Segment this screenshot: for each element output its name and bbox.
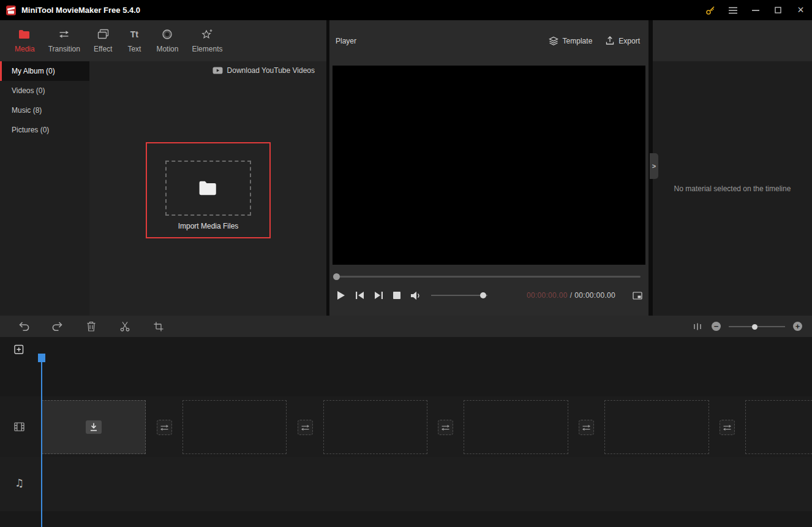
clip-slot[interactable] — [604, 400, 709, 454]
library-tabstrip: Media Transition Effect Tt Text — [0, 20, 326, 61]
transition-arrows-icon — [59, 28, 69, 40]
seek-handle[interactable] — [333, 273, 340, 280]
edit-tools — [0, 318, 167, 335]
sidebar-item-label: My Album (0) — [12, 67, 55, 75]
export-button[interactable]: Export — [606, 36, 640, 45]
tab-media[interactable]: Media — [8, 20, 42, 61]
clip-slot[interactable] — [745, 400, 812, 454]
tab-elements[interactable]: Elements — [185, 20, 229, 61]
text-tt-icon: Tt — [130, 28, 138, 40]
maximize-icon[interactable] — [767, 0, 789, 20]
zoom-out-button[interactable]: − — [712, 322, 721, 331]
seek-bar[interactable] — [336, 276, 641, 278]
media-content-area: Download YouTube Videos Import Media Fil… — [89, 61, 326, 316]
audio-track-icon: ♫ — [15, 477, 24, 489]
fullscreen-icon[interactable] — [633, 292, 642, 300]
time-separator: / — [570, 291, 573, 300]
clip-slot[interactable] — [323, 400, 427, 454]
zoom-in-button[interactable]: + — [793, 322, 802, 331]
media-library-panel: Media Transition Effect Tt Text — [0, 20, 326, 316]
playback-controls: 00:00:00.00 / 00:00:00.00 — [337, 286, 642, 305]
transition-slot[interactable] — [579, 420, 594, 435]
redo-button[interactable] — [49, 318, 66, 335]
license-key-icon[interactable] — [699, 0, 721, 20]
tab-label: Media — [15, 45, 35, 53]
stop-button[interactable] — [393, 292, 400, 299]
video-preview[interactable] — [333, 66, 645, 265]
tab-transition[interactable]: Transition — [42, 20, 87, 61]
next-frame-button[interactable] — [374, 291, 383, 300]
transition-slot[interactable] — [438, 420, 453, 435]
clip-download-icon — [86, 420, 102, 434]
import-dashed-area — [165, 161, 251, 216]
template-label: Template — [563, 37, 593, 45]
fit-timeline-icon[interactable] — [691, 318, 704, 335]
titlebar: MiniTool MovieMaker Free 5.4.0 × — [0, 0, 812, 20]
elements-star-icon — [201, 28, 213, 40]
playhead-line — [41, 354, 42, 527]
clip-slot-download[interactable] — [42, 400, 146, 454]
transition-arrows-icon — [160, 424, 169, 431]
close-icon[interactable]: × — [789, 0, 812, 20]
play-button[interactable] — [337, 290, 345, 300]
player-header: Player Template Export — [329, 20, 648, 61]
clip-slot[interactable] — [464, 400, 568, 454]
chevron-right-icon: > — [652, 162, 656, 170]
time-display: 00:00:00.00 / 00:00:00.00 — [527, 291, 615, 300]
volume-slider-track — [431, 295, 487, 296]
sidebar-item-videos[interactable]: Videos (0) — [0, 81, 89, 100]
zoom-slider-handle[interactable] — [752, 324, 757, 330]
tab-label: Effect — [94, 45, 112, 53]
tab-text[interactable]: Tt Text — [119, 20, 149, 61]
template-button[interactable]: Template — [549, 36, 593, 46]
current-time: 00:00:00.00 — [527, 291, 568, 300]
transition-slot[interactable] — [157, 420, 172, 435]
effect-cards-icon — [97, 28, 109, 40]
timeline[interactable]: ♫ — [0, 337, 812, 527]
undo-button[interactable] — [15, 318, 32, 335]
tab-label: Transition — [48, 45, 80, 53]
app-logo-icon — [6, 5, 17, 16]
transition-slot[interactable] — [298, 420, 313, 435]
timeline-zoom-slider[interactable] — [729, 322, 785, 331]
video-track-icon — [14, 422, 24, 431]
add-to-timeline-icon[interactable] — [14, 344, 25, 355]
split-button[interactable] — [116, 318, 133, 335]
crop-button[interactable] — [150, 318, 167, 335]
import-media-dropzone[interactable]: Import Media Files — [146, 142, 271, 238]
transition-arrows-icon — [723, 424, 732, 431]
import-media-label: Import Media Files — [147, 222, 269, 230]
youtube-icon — [212, 67, 223, 74]
tab-effect[interactable]: Effect — [87, 20, 119, 61]
property-panel: > No material selected on the timeline — [653, 20, 812, 316]
timeline-toolbar: − + — [0, 316, 812, 337]
volume-icon[interactable] — [410, 291, 421, 300]
volume-slider[interactable] — [431, 291, 487, 300]
titlebar-controls: × — [699, 0, 812, 20]
audio-track — [0, 457, 812, 511]
player-panel: Player Template Export — [329, 20, 648, 316]
delete-button[interactable] — [83, 318, 100, 335]
import-folder-icon — [198, 180, 218, 196]
app-title: MiniTool MovieMaker Free 5.4.0 — [21, 6, 140, 15]
menu-icon[interactable] — [721, 0, 744, 20]
tab-motion[interactable]: Motion — [149, 20, 185, 61]
clip-slot[interactable] — [182, 400, 287, 454]
previous-frame-button[interactable] — [355, 291, 364, 300]
playhead-handle[interactable] — [38, 354, 45, 362]
sidebar-item-pictures[interactable]: Pictures (0) — [0, 120, 89, 140]
app-window: MiniTool MovieMaker Free 5.4.0 × — [0, 0, 812, 527]
transition-arrows-icon — [301, 424, 310, 431]
volume-slider-handle[interactable] — [480, 292, 486, 298]
minimize-icon[interactable] — [744, 0, 767, 20]
panel-expander-button[interactable]: > — [650, 153, 658, 179]
export-label: Export — [618, 37, 640, 45]
player-header-buttons: Template Export — [549, 36, 640, 46]
sidebar-item-music[interactable]: Music (8) — [0, 100, 89, 120]
media-folder-icon — [18, 28, 31, 40]
transition-slot[interactable] — [720, 420, 735, 435]
download-youtube-button[interactable]: Download YouTube Videos — [212, 66, 315, 75]
tab-label: Text — [127, 45, 141, 53]
property-panel-header — [653, 20, 812, 61]
sidebar-item-my-album[interactable]: My Album (0) — [0, 61, 89, 81]
